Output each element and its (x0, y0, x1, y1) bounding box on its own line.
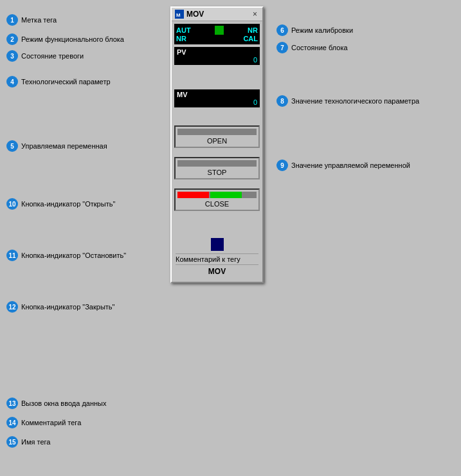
annotation-15-text: Имя тега (21, 438, 50, 446)
stop-button-container[interactable]: STOP (174, 157, 260, 179)
annotation-10: Кнопка-индикатор "Открыть" 10 (6, 198, 115, 210)
spacer-5 (172, 214, 262, 233)
mv-value: 0 (177, 98, 257, 106)
spacer-2 (172, 110, 262, 123)
mov-icon: M (175, 10, 184, 19)
badge-7: 7 (276, 42, 288, 53)
badge-13: 13 (6, 398, 18, 409)
annotation-9-text: Значение управляемой переменной (291, 161, 410, 169)
badge-3: 3 (6, 50, 18, 62)
mode-row-top: AUT NR (176, 26, 258, 35)
svg-text:M: M (176, 12, 181, 18)
close-red (177, 192, 209, 198)
bottom-section: Комментарий к тегу MOV (174, 235, 260, 279)
open-button-container[interactable]: OPEN (174, 125, 260, 148)
badge-8: 8 (276, 95, 288, 107)
mov-panel: M MOV × AUT NR NR CAL PV 0 MV 0 OPEN (170, 6, 264, 283)
annotation-12-text: Кнопка-индикатор "Закрыть" (21, 303, 115, 311)
annotation-2-text: Режим функционального блока (21, 35, 124, 43)
annotation-10-text: Кнопка-индикатор "Открыть" (21, 200, 115, 208)
badge-9: 9 (276, 160, 288, 171)
annotation-1: Метка тега 1 (6, 14, 57, 26)
badge-12: 12 (6, 301, 18, 313)
annotation-15: Имя тега 15 (6, 436, 50, 448)
open-indicator (177, 129, 257, 135)
badge-6: 6 (276, 24, 288, 36)
pv-value: 0 (177, 56, 257, 64)
annotation-6: 6 Режим калибровки (276, 24, 353, 36)
mv-section: MV 0 (174, 89, 260, 107)
annotation-1-text: Метка тега (21, 16, 57, 24)
open-button-label: OPEN (177, 137, 257, 145)
mode-status-block: AUT NR NR CAL (174, 24, 260, 44)
aut-mode: AUT (176, 26, 191, 34)
title-text: MOV (186, 10, 204, 19)
badge-10: 10 (6, 198, 18, 210)
annotation-11-text: Кнопка-индикатор "Остановить" (21, 252, 126, 259)
annotation-5-text: Управляемая переменная (21, 142, 107, 150)
annotation-8-text: Значение технологического параметра (291, 97, 419, 105)
annotation-8: 8 Значение технологического параметра (276, 95, 419, 107)
annotation-14-text: Комментарий тега (21, 419, 81, 426)
annotation-3: Состояние тревоги 3 (6, 50, 84, 62)
annotation-11: Кнопка-индикатор "Остановить" 11 (6, 250, 126, 261)
badge-1: 1 (6, 14, 18, 26)
close-indicator (177, 192, 257, 198)
close-green (210, 192, 242, 198)
badge-4: 4 (6, 76, 18, 87)
tag-name: MOV (176, 264, 258, 278)
cal-indicator (215, 26, 224, 35)
badge-15: 15 (6, 436, 18, 448)
badge-5: 5 (6, 140, 18, 152)
pv-section: PV 0 (174, 47, 260, 65)
spacer-3 (172, 151, 262, 154)
badge-2: 2 (6, 33, 18, 45)
title-bar: M MOV × (172, 8, 262, 21)
annotation-9: 9 Значение управляемой переменной (276, 160, 410, 171)
annotation-14: Комментарий тега 14 (6, 417, 81, 428)
annotation-4: Технологический параметр 4 (6, 76, 111, 87)
tag-comment: Комментарий к тегу (176, 253, 258, 264)
annotation-6-text: Режим калибровки (291, 26, 353, 34)
close-button[interactable]: × (251, 10, 259, 19)
nr-bottom: NR (176, 35, 186, 42)
mode-row-bottom: NR CAL (176, 35, 258, 42)
annotation-3-text: Состояние тревоги (21, 52, 84, 60)
title-bar-left: M MOV (175, 10, 204, 19)
annotation-13: Вызов окна ввода данных 13 (6, 398, 106, 409)
stop-indicator (177, 160, 257, 167)
nr-top: NR (248, 26, 258, 34)
annotation-13-text: Вызов окна ввода данных (21, 399, 106, 407)
data-input-button[interactable] (211, 238, 224, 251)
annotation-7: 7 Состояние блока (276, 42, 348, 53)
annotation-5: Управляемая переменная 5 (6, 140, 107, 152)
cal-text: CAL (243, 35, 258, 42)
close-button-label: CLOSE (177, 200, 257, 208)
annotation-12: Кнопка-индикатор "Закрыть" 12 (6, 301, 115, 313)
annotation-2: Режим функционального блока 2 (6, 33, 124, 45)
annotation-7-text: Состояние блока (291, 44, 348, 51)
annotation-4-text: Технологический параметр (21, 78, 111, 86)
pv-label: PV (177, 48, 186, 56)
spacer-4 (172, 182, 262, 186)
badge-14: 14 (6, 417, 18, 428)
close-button-container[interactable]: CLOSE (174, 188, 260, 211)
stop-button-label: STOP (177, 169, 257, 176)
spacer-1 (172, 68, 262, 87)
mv-label: MV (177, 91, 188, 98)
badge-11: 11 (6, 250, 18, 261)
